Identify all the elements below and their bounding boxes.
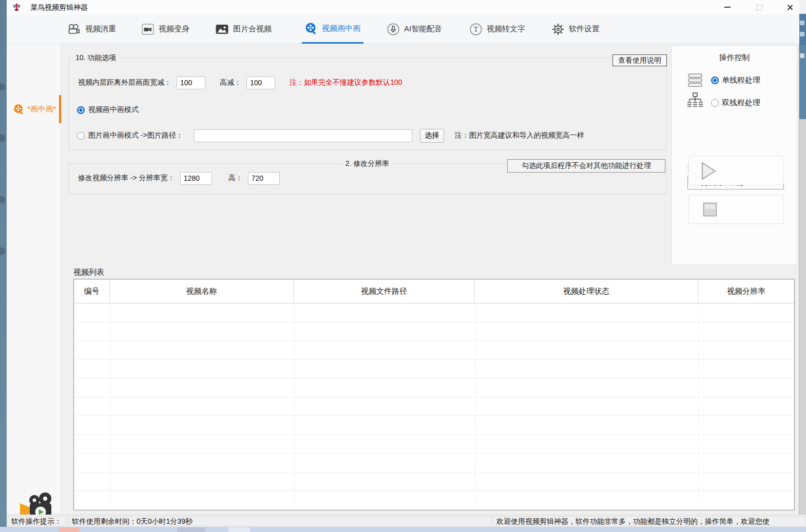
video-table-body	[74, 303, 794, 510]
table-row	[74, 360, 794, 379]
single-thread-icon	[687, 72, 703, 88]
close-icon	[786, 4, 793, 11]
microphone-icon	[387, 23, 399, 35]
sidebar: *画中画* 视频剪辑神器	[7, 44, 62, 514]
image-pip-mode-label: 图片画中画模式 ->图片路径：	[88, 131, 183, 140]
height-reduce-label: 高减：	[220, 78, 241, 87]
column-header[interactable]: 视频文件路径	[294, 279, 475, 303]
table-row	[74, 378, 794, 397]
maximize-icon	[756, 5, 762, 10]
status-remaining-time: 软件使用剩余时间：0天0小时1分39秒	[68, 516, 492, 526]
tab-label: 视频消重	[85, 24, 116, 34]
svg-text:T: T	[474, 26, 478, 33]
maximize-button[interactable]	[748, 0, 771, 14]
default-note: 注：如果完全不懂建议参数默认100	[290, 78, 402, 87]
table-row	[74, 416, 794, 435]
table-row	[74, 341, 794, 360]
main-tabbar: 视频消重 视频变身 图片合视频 视频画中画	[7, 14, 799, 44]
resolution-width-input[interactable]	[180, 172, 212, 185]
taskbar-sliver	[0, 527, 806, 532]
table-header: 编号 视频名称 视频文件路径 视频处理状态 视频分辨率	[74, 279, 794, 303]
tab-video-transform[interactable]: 视频变身	[139, 14, 193, 44]
tab-settings[interactable]: 软件设置	[549, 14, 603, 44]
tab-label: 视频变身	[159, 24, 189, 34]
tab-label: 视频转文字	[487, 24, 525, 34]
table-row	[74, 322, 794, 341]
tab-ai-voice[interactable]: AI智能配音	[384, 14, 445, 44]
status-welcome-text: 欢迎使用视频剪辑神器，软件功能非常多，功能都是独立分明的，操作简单，欢迎您使	[493, 516, 806, 526]
inner-width-label: 视频内层距离外层画面宽减：	[78, 78, 171, 87]
width-reduce-input[interactable]	[177, 77, 205, 89]
resolution-height-label: 高：	[228, 174, 243, 183]
movie-camera-icon	[67, 24, 81, 35]
stop-icon	[703, 202, 717, 217]
table-row	[74, 491, 794, 510]
dual-thread-icon	[686, 92, 704, 109]
dual-thread-label: 双线程处理	[722, 98, 760, 108]
panel-title: 操作控制	[672, 53, 797, 63]
app-logo-icon	[12, 3, 21, 12]
desktop-background-right	[799, 0, 806, 515]
start-button[interactable]	[688, 156, 784, 185]
radio-checked-icon	[77, 106, 85, 114]
minimize-icon	[724, 7, 731, 8]
image-path-input[interactable]	[194, 129, 412, 142]
tab-label: 视频画中画	[322, 24, 360, 33]
stop-button[interactable]	[688, 195, 784, 224]
resolution-height-input[interactable]	[248, 172, 280, 185]
single-thread-label: 单线程处理	[722, 75, 760, 85]
film-reel-icon	[13, 104, 24, 115]
radio-unchecked-icon	[711, 99, 719, 107]
table-row	[74, 435, 794, 454]
gear-icon	[552, 23, 564, 35]
sidebar-item-label: *画中画*	[27, 104, 56, 114]
dual-thread-radio[interactable]: 双线程处理	[711, 98, 760, 108]
column-header[interactable]: 编号	[74, 279, 110, 303]
skip-other-functions-option[interactable]: 勾选此项后程序不会对其他功能进行处理	[507, 159, 665, 173]
choose-image-button[interactable]: 选择	[420, 129, 444, 143]
table-row	[74, 303, 794, 322]
table-row	[74, 397, 794, 416]
image-size-note: 注：图片宽高建议和导入的视频宽高一样	[455, 131, 584, 140]
tab-image-to-video[interactable]: 图片合视频	[213, 14, 275, 44]
radio-checked-icon	[711, 77, 719, 84]
image-icon	[216, 24, 228, 34]
titlebar: 菜鸟视频剪辑神器	[7, 0, 799, 14]
status-tip-label: 软件操作提示：	[8, 516, 67, 526]
operation-control-panel: 操作控制 单线程处理 双线程处理 选择执行功能↓ 1. 视频消重功能	[671, 45, 797, 265]
column-header[interactable]: 视频处理状态	[475, 279, 698, 303]
table-row	[74, 453, 794, 472]
tab-video-dedup[interactable]: 视频消重	[64, 14, 119, 44]
minimize-button[interactable]	[716, 0, 739, 14]
single-thread-radio[interactable]: 单线程处理	[711, 75, 760, 85]
tab-label: 软件设置	[569, 24, 600, 34]
film-reel-icon	[305, 22, 317, 34]
video-list-table[interactable]: 编号 视频名称 视频文件路径 视频处理状态 视频分辨率	[73, 279, 795, 510]
letter-t-icon: T	[470, 23, 482, 35]
active-item-indicator	[59, 95, 61, 123]
tab-video-pip[interactable]: 视频画中画	[302, 14, 363, 44]
video-list-label: 视频列表	[73, 268, 104, 277]
resolution-label: 修改视频分辨率 -> 分辨率宽：	[78, 174, 175, 183]
group-legend: 2. 修改分辨率	[343, 159, 392, 168]
height-reduce-input[interactable]	[246, 77, 275, 89]
close-button[interactable]	[778, 0, 801, 14]
tab-video-to-text[interactable]: T 视频转文字	[467, 14, 528, 44]
column-header[interactable]: 视频分辨率	[698, 279, 794, 303]
video-pip-mode-label: 视频画中画模式	[88, 105, 139, 115]
window-title: 菜鸟视频剪辑神器	[30, 3, 88, 12]
video-pip-mode-radio[interactable]: 视频画中画模式	[77, 105, 139, 115]
videocam-icon	[142, 24, 154, 35]
column-header[interactable]: 视频名称	[110, 279, 294, 303]
tab-label: AI智能配音	[404, 24, 442, 34]
view-instructions-button[interactable]: 查看使用说明	[612, 54, 667, 66]
play-icon	[701, 162, 717, 180]
tab-label: 图片合视频	[233, 24, 272, 34]
desktop-background-left	[0, 0, 7, 532]
statusbar: 软件操作提示： 软件使用剩余时间：0天0小时1分39秒 欢迎使用视频剪辑神器，软…	[7, 515, 806, 527]
image-pip-mode-radio[interactable]	[77, 132, 85, 140]
group-legend: 10. 功能选项	[73, 53, 119, 62]
table-row	[74, 472, 794, 491]
sidebar-item-pip[interactable]: *画中画*	[7, 95, 62, 123]
